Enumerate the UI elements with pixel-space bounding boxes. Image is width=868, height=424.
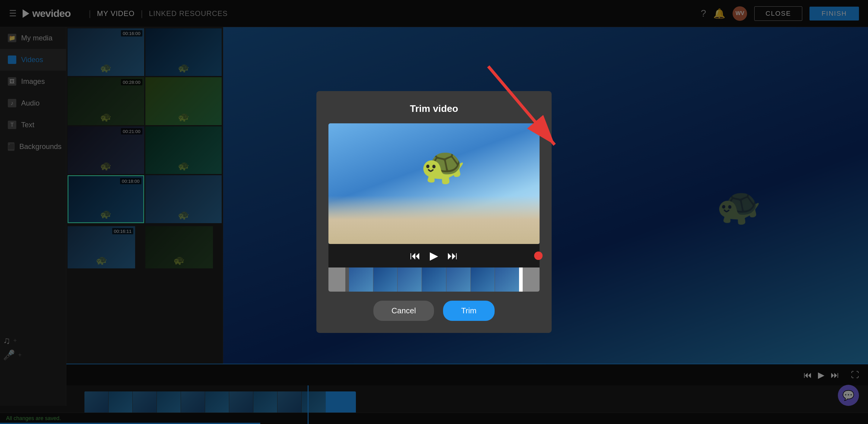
trim-modal: Trim video 🐢 ⏮ ▶ ⏭ [316,91,552,333]
modal-trim-timeline [329,268,539,292]
cancel-button[interactable]: Cancel [373,301,434,321]
trim-thumb-5 [446,268,471,292]
trim-thumb-6 [471,268,495,292]
modal-next-button[interactable]: ⏭ [447,249,458,262]
modal-play-button[interactable]: ▶ [430,249,438,262]
modal-prev-button[interactable]: ⏮ [410,249,421,262]
trim-active-area[interactable] [349,268,519,292]
modal-buttons: Cancel Trim [329,301,539,321]
trim-thumb-3 [398,268,422,292]
trim-thumb-7 [495,268,519,292]
modal-overlay: Trim video 🐢 ⏮ ▶ ⏭ [0,0,868,424]
modal-controls: ⏮ ▶ ⏭ [329,244,539,268]
trim-thumb-1 [349,268,373,292]
trim-button[interactable]: Trim [443,301,495,321]
modal-turtle-icon: 🐢 [421,145,466,187]
modal-video-container: 🐢 ⏮ ▶ ⏭ [329,123,539,292]
trim-right-gray [523,268,539,292]
trim-thumb-4 [422,268,446,292]
modal-title: Trim video [329,103,539,114]
trim-handle-right[interactable] [519,268,523,292]
trim-thumb-2 [373,268,398,292]
trim-left-gray [329,268,345,292]
modal-video-preview: 🐢 [329,123,539,244]
playhead-indicator [534,251,539,260]
